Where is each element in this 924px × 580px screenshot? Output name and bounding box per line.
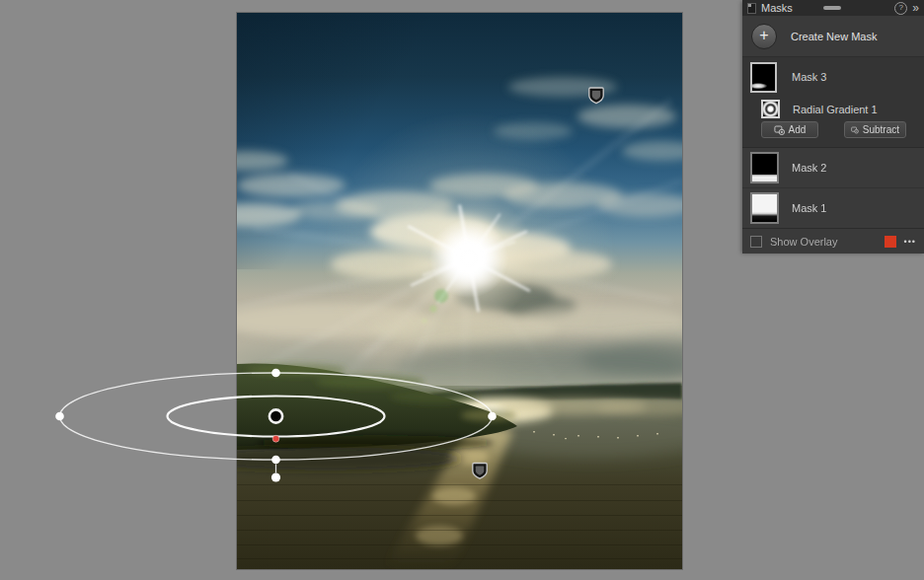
mask-component-radial-gradient-1[interactable]: Radial Gradient 1 (742, 97, 924, 121)
feather-handle[interactable] (272, 435, 279, 442)
panel-drag-handle[interactable] (823, 6, 841, 10)
show-overlay-checkbox[interactable] (750, 236, 762, 248)
radial-gradient-thumbnail (761, 100, 780, 118)
create-new-mask-label: Create New Mask (791, 31, 877, 42)
subtract-button[interactable]: Subtract (844, 121, 906, 138)
help-icon[interactable]: ? (894, 2, 907, 15)
mask-pin-sky[interactable] (589, 88, 603, 104)
app-window: Masks ? » + Create New Mask Mask 3 Radia… (0, 0, 924, 580)
mask-tools-row: Add Subtract (742, 121, 924, 147)
radial-gradient-label: Radial Gradient 1 (793, 104, 878, 115)
resize-handle-left[interactable] (55, 412, 64, 421)
masks-panel-icon (747, 3, 756, 14)
plus-icon: + (751, 24, 777, 49)
mask3-label: Mask 3 (792, 71, 826, 83)
collapse-panel-icon[interactable]: » (912, 1, 918, 15)
create-new-mask-button[interactable]: + Create New Mask (742, 16, 924, 57)
mask-item-mask2[interactable]: Mask 2 (742, 148, 924, 188)
masks-panel-footer: Show Overlay ••• (742, 228, 924, 254)
mask-item-mask1[interactable]: Mask 1 (742, 188, 924, 228)
overlay-color-swatch[interactable] (885, 236, 896, 248)
mask-pin-water[interactable] (473, 464, 487, 479)
mask-item-mask3[interactable]: Mask 3 (742, 57, 924, 97)
add-mask-icon (774, 124, 785, 135)
add-button[interactable]: Add (761, 121, 818, 138)
mask3-thumbnail (750, 62, 777, 93)
resize-handle-bottom[interactable] (271, 456, 280, 465)
resize-handle-top[interactable] (271, 369, 280, 378)
mask2-label: Mask 2 (792, 162, 826, 174)
masks-panel: Masks ? » + Create New Mask Mask 3 Radia… (742, 0, 924, 253)
resize-handle-right[interactable] (488, 412, 497, 421)
show-overlay-label: Show Overlay (770, 236, 877, 248)
panel-title: Masks (761, 0, 793, 16)
mask2-thumbnail (750, 152, 779, 183)
more-options-icon[interactable]: ••• (904, 237, 916, 247)
add-button-label: Add (789, 124, 807, 135)
masks-panel-header: Masks ? » (742, 0, 924, 16)
mask1-label: Mask 1 (792, 202, 826, 214)
mask-group-selected: Mask 3 Radial Gradient 1 Add (742, 57, 924, 148)
subtract-button-label: Subtract (863, 124, 899, 135)
rotate-handle[interactable] (271, 472, 280, 481)
subtract-mask-icon (851, 124, 859, 135)
mask1-thumbnail (750, 192, 779, 224)
gradient-center-pin[interactable] (270, 409, 282, 422)
